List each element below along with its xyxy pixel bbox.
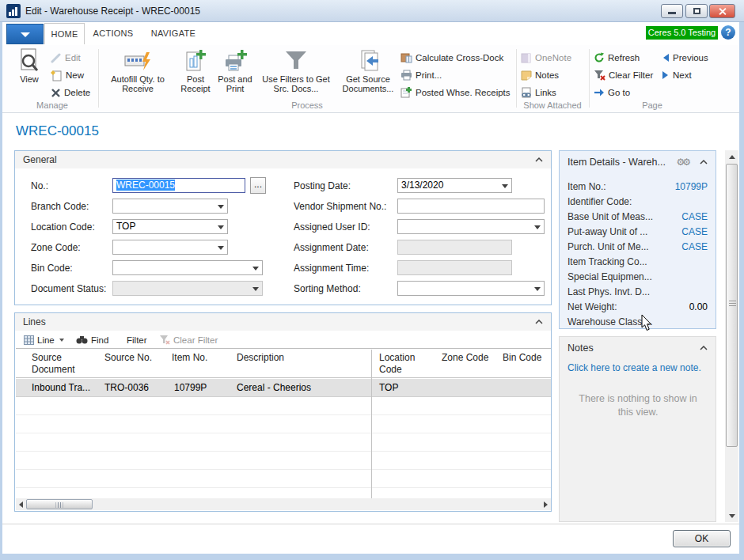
new-button[interactable]: New (51, 67, 84, 83)
scrollbar-thumb[interactable] (726, 164, 738, 447)
branch-code-label: Branch Code: (31, 201, 89, 212)
document-status-label: Document Status: (31, 283, 106, 294)
putaway-uom-value[interactable]: CASE (681, 226, 708, 237)
delete-button[interactable]: Delete (51, 85, 90, 100)
collapse-chevron-icon[interactable] (535, 157, 543, 162)
onenote-button[interactable]: OneNote (521, 50, 571, 66)
tab-navigate[interactable]: NAVIGATE (146, 23, 201, 44)
collapse-chevron-icon[interactable] (535, 320, 543, 324)
links-button[interactable]: Links (521, 85, 556, 100)
print-button[interactable]: Print... (400, 67, 442, 83)
empty-row[interactable] (16, 397, 551, 415)
empty-row[interactable] (16, 470, 551, 488)
no-field[interactable]: WREC-00015 (112, 178, 245, 193)
scroll-down-button[interactable] (725, 509, 738, 522)
column-header-item-no[interactable]: Item No. (172, 352, 207, 364)
gear-icon[interactable]: ⚙⚙ (676, 157, 689, 168)
scroll-up-button[interactable] (725, 150, 738, 163)
view-button[interactable]: View (9, 47, 49, 100)
create-note-link[interactable]: Click here to create a new note. (567, 362, 701, 373)
posting-date-field[interactable]: 3/13/2020 (397, 178, 512, 193)
assignment-date-field (397, 240, 512, 255)
window-border (0, 554, 744, 560)
dropdown-arrow-icon[interactable] (218, 205, 224, 209)
dropdown-arrow-icon[interactable] (502, 184, 508, 188)
bin-code-field[interactable] (112, 260, 263, 275)
application-menu-button[interactable] (6, 24, 44, 44)
dropdown-arrow-icon[interactable] (218, 225, 224, 229)
autofill-qty-button[interactable]: Autofill Qty. to Receive (101, 47, 174, 100)
document-status-field (112, 281, 263, 296)
title-bar[interactable]: Edit - Warehouse Receipt - WREC-00015 (0, 0, 744, 22)
base-uom-value[interactable]: CASE (681, 211, 708, 222)
location-code-label: Location Code: (31, 221, 95, 233)
tab-actions[interactable]: ACTIONS (90, 23, 136, 44)
notes-button[interactable]: Notes (521, 67, 559, 83)
collapse-chevron-icon[interactable] (700, 160, 708, 165)
next-icon (662, 70, 670, 80)
previous-button[interactable]: Previous (662, 50, 708, 66)
no-assist-button[interactable]: ... (250, 177, 266, 194)
branch-code-field[interactable] (112, 199, 228, 214)
net-weight-value: 0.00 (689, 301, 708, 312)
ok-button[interactable]: OK (673, 530, 731, 547)
table-row[interactable]: Inbound Tra... TRO-0036 10799P Cereal - … (16, 379, 551, 397)
lines-header[interactable]: Lines (15, 313, 551, 331)
close-button[interactable] (709, 4, 735, 18)
goto-button[interactable]: Go to (594, 85, 630, 100)
factbox-vertical-scrollbar[interactable] (725, 150, 738, 522)
help-button[interactable]: ? (721, 25, 735, 40)
column-header-source-document[interactable]: Source Document (32, 352, 95, 376)
zone-code-field[interactable] (112, 240, 228, 255)
maximize-button[interactable] (685, 4, 708, 18)
clear-filter-button[interactable]: Clear Filter (594, 67, 653, 83)
dropdown-arrow-icon[interactable] (218, 246, 224, 250)
empty-row[interactable] (16, 415, 551, 433)
collapse-chevron-icon[interactable] (700, 346, 708, 350)
calculator-lightning-icon (123, 47, 152, 74)
empty-row[interactable] (16, 452, 551, 470)
get-source-documents-button[interactable]: Get Source Documents... (336, 47, 400, 100)
dropdown-arrow-icon[interactable] (252, 267, 259, 271)
lines-clear-filter-button[interactable]: Clear Filter (160, 332, 218, 347)
tab-home[interactable]: HOME (44, 23, 85, 44)
assigned-user-id-field[interactable] (397, 219, 545, 234)
item-no-value[interactable]: 10799P (675, 181, 708, 192)
next-button[interactable]: Next (662, 67, 692, 83)
last-phys-invt-label: Last Phys. Invt. D... (567, 286, 650, 297)
empty-row[interactable] (16, 433, 551, 452)
column-header-bin-code[interactable]: Bin Code (503, 352, 541, 364)
dropdown-arrow-icon[interactable] (534, 225, 541, 229)
refresh-button[interactable]: Refresh (594, 50, 640, 66)
dropdown-arrow-icon[interactable] (534, 287, 541, 291)
column-header-location-code[interactable]: Location Code (379, 352, 430, 376)
lines-horizontal-scrollbar[interactable] (16, 498, 551, 510)
scroll-left-button[interactable] (16, 498, 26, 510)
general-header[interactable]: General (15, 151, 551, 168)
post-receipt-button[interactable]: Post Receipt (176, 47, 215, 100)
filter-button[interactable]: Filter (127, 332, 147, 347)
sticky-note-icon (521, 70, 532, 81)
item-details-factbox: Item Details - Wareh... ⚙⚙ Item No.:1079… (559, 150, 716, 329)
scrollbar-thumb[interactable] (26, 499, 93, 509)
scroll-right-button[interactable] (541, 498, 551, 510)
minimize-button[interactable] (661, 4, 683, 18)
view-icon (18, 47, 40, 74)
line-menu-button[interactable]: Line (24, 332, 64, 347)
use-filters-button[interactable]: Use Filters to Get Src. Docs... (258, 47, 334, 100)
base-uom-label: Base Unit of Meas... (567, 211, 653, 222)
column-header-description[interactable]: Description (237, 352, 284, 364)
column-header-zone-code[interactable]: Zone Code (442, 352, 488, 364)
location-code-field[interactable]: TOP (112, 219, 228, 234)
purch-uom-value[interactable]: CASE (681, 241, 708, 252)
calculate-cross-dock-button[interactable]: Calculate Cross-Dock (400, 50, 503, 66)
edit-button[interactable]: Edit (51, 50, 81, 66)
posted-whse-receipts-button[interactable]: Posted Whse. Receipts (400, 85, 511, 100)
vendor-shipment-no-field[interactable] (397, 199, 545, 214)
post-and-print-button[interactable]: Post and Print (214, 47, 256, 100)
printer-plus-icon (222, 47, 248, 74)
sorting-method-field[interactable] (397, 281, 545, 296)
find-button[interactable]: Find (76, 332, 108, 347)
app-logo-icon (6, 4, 21, 18)
column-header-source-no[interactable]: Source No. (104, 352, 152, 364)
